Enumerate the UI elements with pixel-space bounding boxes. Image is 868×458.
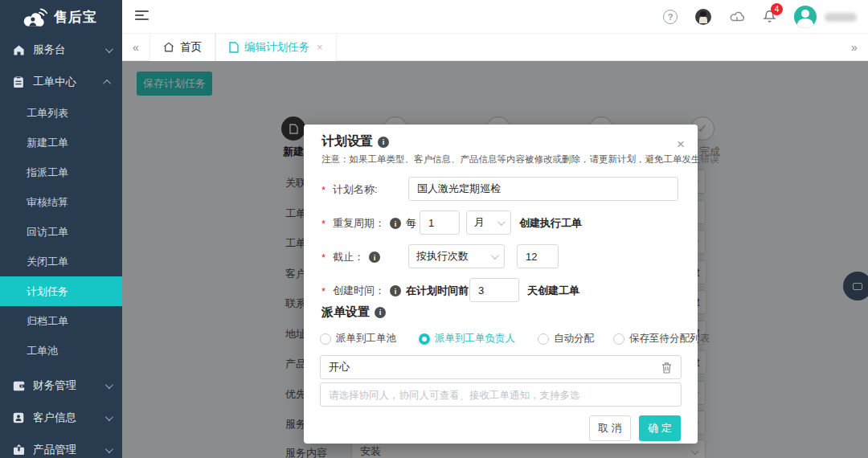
chevron-down-icon bbox=[491, 251, 499, 260]
tab-edit-plan-task[interactable]: 编辑计划任务 × bbox=[215, 34, 337, 61]
info-icon: i bbox=[375, 307, 386, 318]
confirm-button[interactable]: 确 定 bbox=[639, 415, 681, 441]
radio-selected-icon bbox=[419, 333, 430, 345]
repeat-unit-select[interactable]: 月 bbox=[466, 211, 511, 235]
main-content: 保存计划任务 + ▦ ◔ ✓ 新建 完成 关联 工单 工单 客户 建 联系 建 … bbox=[122, 61, 868, 458]
finance-icon bbox=[12, 379, 25, 392]
sidebar-item-new-work-order[interactable]: 新建工单 bbox=[0, 128, 122, 157]
help-icon[interactable]: ? bbox=[663, 10, 678, 24]
info-icon: i bbox=[390, 285, 401, 296]
submenu-label: 指派工单 bbox=[27, 166, 68, 180]
brand-logo[interactable]: 售后宝 bbox=[0, 0, 122, 34]
chevron-down-icon bbox=[105, 381, 113, 389]
field-label-plan-name: 计划名称: bbox=[321, 182, 378, 197]
sidebar-item-label: 服务台 bbox=[33, 43, 105, 57]
submenu-label: 关闭工单 bbox=[27, 255, 68, 269]
info-icon: i bbox=[390, 218, 401, 229]
cloud-sync-icon[interactable] bbox=[729, 10, 745, 25]
radio-icon bbox=[538, 333, 549, 345]
sidebar-item-work-order-list[interactable]: 工单列表 bbox=[0, 98, 122, 128]
tab-bar: « 首页 编辑计划任务 × » bbox=[122, 34, 868, 61]
radio-auto-assign[interactable]: 自动分配 bbox=[538, 332, 594, 346]
radio-save-to-pending[interactable]: 保存至待分配列表 bbox=[613, 332, 710, 346]
brand-name: 售后宝 bbox=[54, 8, 97, 27]
radio-icon bbox=[613, 333, 624, 345]
sidebar-item-close-work-order[interactable]: 关闭工单 bbox=[0, 247, 122, 276]
sidebar: 售后宝 服务台 工单中心 工单列表 新建工单 指派工单 审核结算 回访工单 关闭… bbox=[0, 0, 122, 458]
username-redacted bbox=[825, 13, 857, 22]
collapse-menu-icon[interactable] bbox=[135, 10, 149, 22]
create-time-prefix: 在计划时间前 bbox=[406, 284, 469, 298]
product-icon bbox=[12, 444, 25, 456]
info-icon: i bbox=[369, 251, 380, 263]
create-days-input[interactable] bbox=[469, 278, 519, 302]
sidebar-item-audit-settlement[interactable]: 审核结算 bbox=[0, 187, 122, 217]
info-icon: i bbox=[378, 137, 389, 148]
sidebar-item-archived-work-order[interactable]: 归档工单 bbox=[0, 306, 122, 336]
sidebar-item-label: 客户信息 bbox=[33, 411, 105, 425]
tab-close-icon[interactable]: × bbox=[317, 41, 323, 53]
tab-label: 首页 bbox=[180, 40, 202, 55]
sidebar-item-work-order-center[interactable]: 工单中心 bbox=[0, 66, 122, 98]
sidebar-item-return-visit[interactable]: 回访工单 bbox=[0, 217, 122, 247]
sidebar-item-finance[interactable]: 财务管理 bbox=[0, 370, 122, 402]
submenu-label: 回访工单 bbox=[27, 225, 68, 239]
chevron-down-icon bbox=[105, 445, 113, 453]
home-icon bbox=[163, 42, 174, 52]
tabs-scroll-right[interactable]: » bbox=[841, 41, 868, 54]
plan-name-input[interactable] bbox=[408, 177, 678, 201]
plan-settings-modal: × 计划设置 i 注意：如果工单类型、客户信息、产品信息等内容被修改或删除，请更… bbox=[304, 125, 698, 444]
sidebar-item-work-order-pool[interactable]: 工单池 bbox=[0, 336, 122, 366]
submenu-label: 工单列表 bbox=[27, 106, 68, 121]
submenu-label: 新建工单 bbox=[27, 136, 68, 150]
chevron-down-icon bbox=[105, 413, 113, 421]
field-label-repeat-cycle: 重复周期： i bbox=[321, 216, 401, 231]
dispatch-section-title: 派单设置 bbox=[321, 305, 370, 320]
modal-title: 计划设置 bbox=[321, 133, 373, 150]
chevron-down-icon bbox=[497, 218, 506, 226]
radio-dispatch-owner[interactable]: 派单到工单负责人 bbox=[419, 332, 515, 346]
sidebar-item-customer-info[interactable]: 客户信息 bbox=[0, 402, 122, 434]
user-avatar[interactable] bbox=[794, 6, 817, 28]
home-icon bbox=[12, 43, 25, 56]
sidebar-item-assign-work-order[interactable]: 指派工单 bbox=[0, 157, 122, 187]
customer-service-icon[interactable] bbox=[695, 9, 711, 25]
customer-icon bbox=[12, 411, 25, 424]
trash-icon[interactable] bbox=[661, 362, 672, 374]
modal-close-icon[interactable]: × bbox=[677, 137, 685, 151]
field-label-create-time: 创建时间： i bbox=[321, 284, 401, 298]
sidebar-item-plan-task[interactable]: 计划任务 bbox=[0, 276, 122, 306]
document-icon bbox=[229, 42, 239, 53]
submenu-label: 工单池 bbox=[27, 344, 58, 358]
notification-bell-icon[interactable]: 4 bbox=[763, 9, 776, 26]
sidebar-item-label: 财务管理 bbox=[33, 378, 105, 393]
work-order-icon bbox=[12, 76, 25, 88]
dispatch-radio-group: 派单到工单池 派单到工单负责人 自动分配 保存至待分配列表 bbox=[320, 332, 683, 346]
submenu-label: 归档工单 bbox=[27, 314, 68, 329]
repeat-suffix: 创建执行工单 bbox=[519, 216, 582, 231]
radio-icon bbox=[320, 333, 331, 345]
field-label-deadline: 截止： i bbox=[321, 250, 380, 264]
assignee-input[interactable] bbox=[320, 355, 682, 379]
modal-note: 注意：如果工单类型、客户信息、产品信息等内容被修改或删除，请更新计划，避免工单发… bbox=[321, 153, 719, 166]
sidebar-item-product-management[interactable]: 产品管理 bbox=[0, 434, 122, 458]
deadline-type-select[interactable]: 按执行次数 bbox=[408, 244, 505, 268]
tab-label: 编辑计划任务 bbox=[244, 40, 309, 55]
deadline-count-input[interactable] bbox=[517, 244, 559, 268]
submenu-label: 计划任务 bbox=[27, 284, 68, 299]
sidebar-item-service-desk[interactable]: 服务台 bbox=[0, 34, 122, 66]
top-header: ? 4 bbox=[122, 0, 868, 34]
cancel-button[interactable]: 取 消 bbox=[589, 415, 631, 441]
radio-dispatch-pool[interactable]: 派单到工单池 bbox=[320, 332, 396, 346]
collaborator-input[interactable] bbox=[320, 382, 682, 407]
notification-badge: 4 bbox=[771, 3, 783, 15]
repeat-interval-input[interactable] bbox=[420, 211, 460, 235]
chevron-down-icon bbox=[105, 45, 113, 53]
submenu-label: 审核结算 bbox=[27, 195, 68, 210]
sidebar-item-label: 产品管理 bbox=[33, 443, 105, 457]
tabs-scroll-left[interactable]: « bbox=[122, 41, 149, 54]
create-time-suffix: 天创建工单 bbox=[527, 284, 579, 298]
tab-home[interactable]: 首页 bbox=[149, 34, 215, 61]
repeat-prefix: 每 bbox=[406, 216, 416, 231]
sidebar-item-label: 工单中心 bbox=[33, 75, 105, 89]
